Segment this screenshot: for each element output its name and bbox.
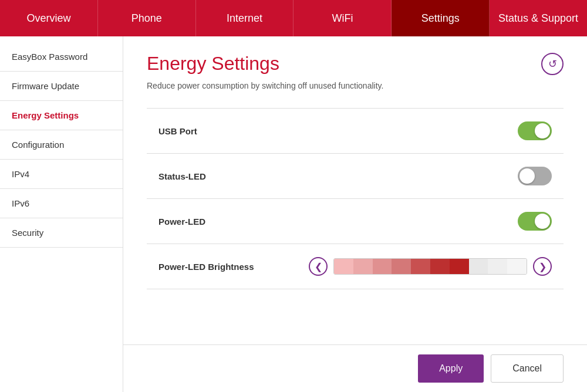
settings-section: USB PortStatus-LEDPower-LEDPower-LED Bri… <box>147 108 564 289</box>
sidebar: EasyBox PasswordFirmware UpdateEnergy Se… <box>0 36 123 392</box>
cancel-button[interactable]: Cancel <box>491 354 564 383</box>
setting-row-power-led: Power-LED <box>147 199 564 244</box>
sidebar-item-security[interactable]: Security <box>0 218 123 248</box>
nav-item-internet[interactable]: Internet <box>196 0 294 36</box>
nav-item-wifi[interactable]: WiFi <box>294 0 392 36</box>
nav-item-settings[interactable]: Settings <box>392 0 490 36</box>
action-bar: Apply Cancel <box>123 344 587 392</box>
brightness-decrease-button[interactable]: ❮ <box>309 257 328 276</box>
brightness-control: ❮❯ <box>309 257 552 276</box>
main-container: EasyBox PasswordFirmware UpdateEnergy Se… <box>0 36 587 392</box>
toggle-knob-status-led <box>519 168 535 184</box>
brightness-segment-1 <box>353 259 373 274</box>
sidebar-item-energy-settings[interactable]: Energy Settings <box>0 101 123 130</box>
content-area: Energy Settings ↺ Reduce power consumpti… <box>123 36 587 392</box>
sidebar-item-easybox-password[interactable]: EasyBox Password <box>0 42 123 72</box>
setting-row-power-led-brightness: Power-LED Brightness❮❯ <box>147 244 564 289</box>
brightness-segment-3 <box>392 259 411 274</box>
brightness-segment-2 <box>373 259 392 274</box>
brightness-bar <box>333 258 527 275</box>
nav-item-overview[interactable]: Overview <box>0 0 98 36</box>
setting-label-usb-port: USB Port <box>158 126 197 136</box>
brightness-segment-6 <box>450 259 469 274</box>
setting-row-status-led: Status-LED <box>147 154 564 199</box>
toggle-status-led[interactable] <box>518 167 552 185</box>
brightness-segment-5 <box>430 259 450 274</box>
brightness-segment-7 <box>469 259 488 274</box>
setting-row-usb-port: USB Port <box>147 109 564 154</box>
nav-item-phone[interactable]: Phone <box>98 0 196 36</box>
top-navigation: OverviewPhoneInternetWiFiSettingsStatus … <box>0 0 587 36</box>
refresh-icon[interactable]: ↺ <box>541 53 564 75</box>
brightness-segment-9 <box>507 259 527 274</box>
toggle-usb-port[interactable] <box>518 121 552 140</box>
brightness-increase-button[interactable]: ❯ <box>533 257 552 276</box>
sidebar-item-firmware-update[interactable]: Firmware Update <box>0 72 123 101</box>
sidebar-item-ipv4[interactable]: IPv4 <box>0 160 123 189</box>
setting-label-status-led: Status-LED <box>158 171 206 181</box>
nav-item-status-support[interactable]: Status & Support <box>490 0 587 36</box>
apply-button[interactable]: Apply <box>418 354 484 383</box>
brightness-segment-4 <box>411 259 430 274</box>
page-description: Reduce power consumption by switching of… <box>147 81 564 90</box>
toggle-knob-power-led <box>535 214 550 229</box>
brightness-segment-0 <box>334 259 353 274</box>
setting-label-power-led-brightness: Power-LED Brightness <box>158 262 254 272</box>
brightness-segment-8 <box>488 259 507 274</box>
toggle-knob-usb-port <box>535 123 550 138</box>
sidebar-item-ipv6[interactable]: IPv6 <box>0 189 123 218</box>
sidebar-item-configuration[interactable]: Configuration <box>0 130 123 160</box>
page-title: Energy Settings <box>147 53 279 75</box>
setting-label-power-led: Power-LED <box>158 217 205 227</box>
content-header: Energy Settings ↺ <box>147 53 564 75</box>
toggle-power-led[interactable] <box>518 212 552 231</box>
